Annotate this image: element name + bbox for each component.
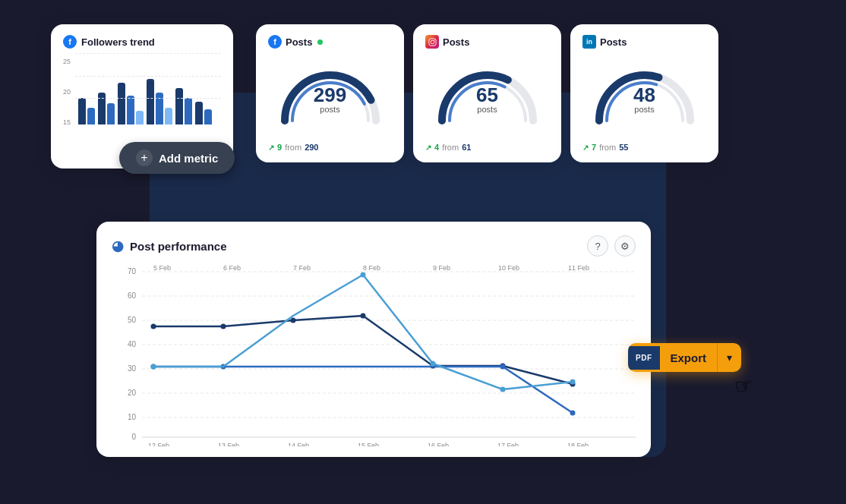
facebook-posts-change: ↗ 9 from 290	[268, 143, 392, 152]
instagram-posts-count: 65	[476, 85, 498, 105]
svg-point-45	[361, 272, 366, 278]
svg-point-43	[570, 411, 576, 416]
svg-point-34	[221, 324, 226, 329]
svg-text:12 Feb: 12 Feb	[148, 442, 169, 446]
instagram-from-value: 61	[462, 143, 471, 152]
performance-actions: ? ⚙	[587, 235, 636, 257]
y-label-25: 25	[63, 58, 71, 65]
up-arrow-icon: ↗	[268, 143, 274, 152]
y-label-20: 20	[63, 88, 71, 96]
cursor-pointer: ☞	[732, 372, 755, 400]
svg-point-1	[431, 40, 434, 44]
linkedin-posts-count: 48	[633, 85, 655, 105]
add-metric-button[interactable]: + Add metric	[119, 142, 235, 174]
line-series-2	[153, 367, 573, 413]
facebook-from-label: from	[285, 143, 301, 152]
svg-point-48	[570, 380, 576, 385]
performance-title: Post performance	[130, 240, 227, 253]
svg-text:8 Feb: 8 Feb	[363, 264, 380, 272]
add-metric-label: Add metric	[159, 152, 218, 165]
facebook-icon: f	[63, 35, 77, 49]
svg-rect-0	[428, 38, 435, 45]
instagram-posts-icon	[425, 35, 439, 49]
svg-text:7 Feb: 7 Feb	[293, 264, 311, 272]
linkedin-posts-icon: in	[582, 35, 596, 49]
help-button[interactable]: ?	[587, 235, 608, 257]
svg-text:13 Feb: 13 Feb	[218, 442, 239, 446]
svg-text:16 Feb: 16 Feb	[428, 442, 449, 446]
svg-text:50: 50	[128, 316, 137, 324]
svg-text:10: 10	[128, 413, 137, 421]
svg-text:20: 20	[128, 389, 137, 397]
svg-text:17 Feb: 17 Feb	[497, 442, 519, 446]
settings-button[interactable]: ⚙	[614, 235, 636, 257]
instagram-from-label: from	[442, 143, 459, 152]
svg-text:30: 30	[128, 364, 137, 373]
followers-bar-chart	[75, 56, 215, 124]
linkedin-posts-change: ↗ 7 from 55	[582, 143, 706, 152]
svg-point-44	[151, 364, 156, 370]
facebook-gauge-value: 299 posts	[314, 85, 346, 114]
plus-icon: +	[136, 150, 153, 166]
svg-text:14 Feb: 14 Feb	[288, 442, 309, 446]
instagram-gauge-value: 65 posts	[476, 85, 498, 114]
facebook-posts-icon: f	[268, 35, 282, 49]
linkedin-from-value: 55	[619, 143, 628, 152]
svg-point-47	[500, 387, 506, 392]
posts-cards-row: f Posts 299 posts	[256, 24, 718, 162]
svg-text:70: 70	[128, 267, 137, 276]
export-button[interactable]: PDF Export ▾	[628, 343, 741, 372]
facebook-posts-header: f Posts	[268, 35, 392, 49]
followers-card-title: Followers trend	[81, 36, 155, 48]
performance-chart-svg: 70 60 50 40 30 20 10 0 5 Feb 6 Feb 7 Feb…	[112, 264, 636, 446]
instagram-posts-label: Posts	[443, 36, 469, 48]
linkedin-posts-label: Posts	[600, 36, 627, 48]
svg-text:9 Feb: 9 Feb	[433, 264, 450, 272]
up-arrow-icon-2: ↗	[425, 143, 431, 152]
up-arrow-icon-3: ↗	[582, 143, 589, 152]
instagram-change-value: 4	[434, 143, 439, 152]
linkedin-gauge: 48 posts	[582, 56, 706, 140]
live-indicator	[317, 39, 323, 45]
line-series-1	[153, 316, 573, 384]
facebook-change-value: 9	[277, 143, 282, 152]
svg-text:18 Feb: 18 Feb	[567, 442, 589, 446]
pdf-label: PDF	[628, 346, 660, 370]
facebook-posts-card: f Posts 299 posts	[256, 24, 404, 162]
instagram-posts-card: Posts 65 posts ↗ 4 from 61	[413, 24, 561, 162]
instagram-posts-unit: posts	[476, 105, 498, 114]
linkedin-gauge-value: 48 posts	[633, 85, 655, 114]
svg-point-46	[431, 361, 436, 367]
linkedin-from-label: from	[599, 143, 616, 152]
svg-text:5 Feb: 5 Feb	[153, 264, 171, 272]
svg-text:10 Feb: 10 Feb	[498, 264, 519, 272]
post-performance-card: ◕ Post performance ? ⚙ 70 60	[96, 222, 651, 457]
svg-point-33	[151, 324, 156, 329]
performance-icon: ◕	[112, 238, 124, 254]
svg-text:0: 0	[131, 433, 136, 441]
performance-title-group: ◕ Post performance	[112, 238, 227, 254]
performance-header: ◕ Post performance ? ⚙	[112, 235, 636, 257]
facebook-gauge: 299 posts	[268, 56, 392, 140]
instagram-posts-header: Posts	[425, 35, 549, 49]
facebook-posts-label: Posts	[286, 36, 312, 48]
facebook-from-value: 290	[305, 143, 318, 152]
facebook-posts-count: 299	[314, 85, 346, 105]
svg-text:40: 40	[128, 340, 137, 348]
svg-point-36	[361, 313, 366, 319]
y-label-15: 15	[63, 118, 71, 126]
linkedin-change-value: 7	[592, 143, 596, 152]
svg-text:60: 60	[128, 291, 137, 300]
svg-point-2	[434, 39, 434, 40]
svg-text:15 Feb: 15 Feb	[358, 442, 379, 446]
svg-point-35	[291, 318, 296, 323]
linkedin-posts-header: in Posts	[582, 35, 706, 49]
chevron-down-icon[interactable]: ▾	[718, 344, 741, 371]
linkedin-posts-card: in Posts 48 posts ↗ 7 from	[570, 24, 718, 162]
instagram-posts-change: ↗ 4 from 61	[425, 143, 549, 152]
instagram-gauge: 65 posts	[425, 56, 549, 140]
performance-chart: 70 60 50 40 30 20 10 0 5 Feb 6 Feb 7 Feb…	[112, 264, 636, 446]
followers-card-header: f Followers trend	[63, 35, 221, 49]
svg-text:11 Feb: 11 Feb	[568, 264, 589, 272]
export-label: Export	[660, 344, 718, 372]
